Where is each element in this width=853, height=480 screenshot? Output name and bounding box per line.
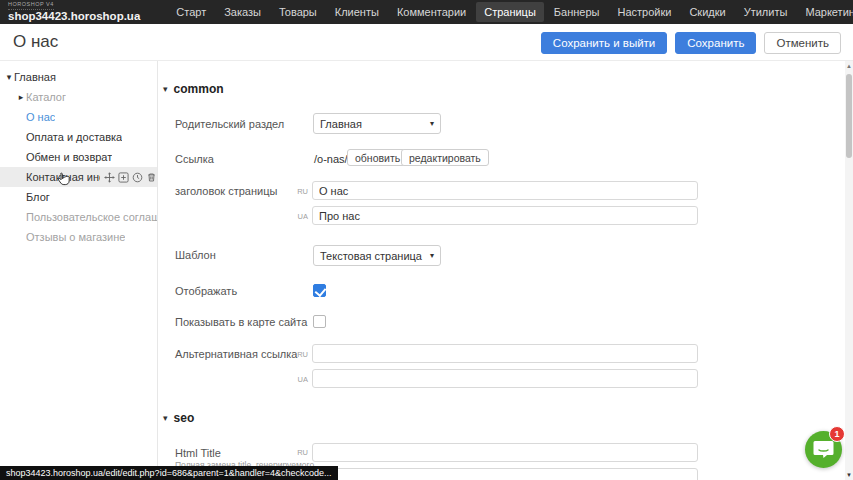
topbar: HOROSHOP V4 shop34423.horoshop.ua Старт … [0, 0, 853, 24]
tree-collapse-icon[interactable]: ▸ [16, 92, 26, 102]
link-update-button[interactable]: обновить [347, 149, 408, 166]
section-common-title: common [174, 82, 224, 96]
tree-expand-icon[interactable]: ▾ [4, 72, 14, 82]
html-title-ua-input[interactable] [312, 468, 698, 480]
chat-widget-button[interactable]: 1 [805, 431, 842, 468]
link-edit-button[interactable]: редактировать [401, 149, 489, 166]
chevron-down-icon: ▾ [430, 251, 434, 260]
tree-item-label: Отзывы о магазине [26, 231, 125, 243]
tree-item-label: О нас [26, 111, 55, 123]
html-title-label: Html Title [175, 447, 221, 459]
tree-item-label: Главная [14, 71, 56, 83]
section-collapse-icon: ▾ [163, 413, 168, 423]
nav-item-discounts[interactable]: Скидки [681, 2, 733, 22]
cancel-button[interactable]: Отменить [764, 32, 841, 54]
link-value: /o-nas/ [314, 153, 348, 165]
chat-bubble-icon [813, 440, 834, 459]
scrollbar-thumb[interactable] [846, 74, 852, 158]
header-actions: Сохранить и выйти Сохранить Отменить [541, 32, 841, 54]
vertical-scrollbar[interactable]: ▲ ▼ [845, 61, 853, 480]
nav-item-start[interactable]: Старт [168, 2, 214, 22]
alt-link-label: Альтернативная ссылка [175, 348, 297, 360]
tree-item-payment-delivery[interactable]: Оплата и доставка [0, 127, 157, 147]
section-collapse-icon: ▾ [163, 84, 168, 94]
nav-item-marketing[interactable]: Маркетинг [797, 2, 853, 22]
template-value: Текстовая страница [320, 250, 422, 262]
nav-item-comments[interactable]: Комментарии [389, 2, 474, 22]
page-title-ru-input[interactable] [312, 181, 698, 200]
lang-tag-ru: RU [294, 187, 308, 196]
section-common-header[interactable]: ▾ common [163, 82, 224, 96]
tree-item-blog[interactable]: Блог [0, 187, 157, 207]
section-seo-title: seo [174, 411, 195, 425]
scroll-up-icon[interactable]: ▲ [845, 61, 853, 71]
brand-domain-label: shop34423.horoshop.ua [8, 11, 140, 23]
template-select[interactable]: Текстовая страница ▾ [313, 245, 441, 266]
nav-item-banners[interactable]: Баннеры [546, 2, 608, 22]
tree-item-store-reviews[interactable]: Отзывы о магазине [0, 227, 157, 247]
add-icon[interactable] [118, 172, 129, 183]
tree-item-catalog[interactable]: ▸ Каталог [0, 87, 157, 107]
parent-section-select[interactable]: Главная ▾ [313, 113, 441, 134]
lang-tag-ua: UA [294, 212, 308, 221]
nav-item-settings[interactable]: Настройки [609, 2, 679, 22]
delete-icon[interactable] [146, 172, 157, 183]
history-icon[interactable] [132, 172, 143, 183]
tree-item-label: Каталог [26, 91, 66, 103]
brand-version-label: HOROSHOP V4 [8, 2, 54, 10]
top-navigation: Старт Заказы Товары Клиенты Комментарии … [168, 2, 853, 22]
save-and-exit-button[interactable]: Сохранить и выйти [541, 32, 667, 54]
page-edit-form: ▾ common Родительский раздел Главная ▾ С… [158, 61, 845, 480]
lang-tag-ru: RU [294, 448, 308, 457]
page-header: О нас Сохранить и выйти Сохранить Отмени… [0, 24, 853, 61]
page-title-field-label: заголовок страницы [175, 185, 277, 197]
display-checkbox[interactable] [313, 284, 326, 297]
parent-section-label: Родительский раздел [175, 118, 284, 130]
sitemap-label: Показывать в карте сайта [175, 316, 307, 328]
tree-item-exchange-return[interactable]: Обмен и возврат [0, 147, 157, 167]
tree-row-actions [104, 172, 157, 183]
tree-item-label: Пользовательское соглашение [26, 211, 157, 223]
alt-link-ua-input[interactable] [312, 369, 698, 388]
nav-item-clients[interactable]: Клиенты [327, 2, 387, 22]
chat-unread-badge: 1 [829, 426, 845, 442]
chevron-down-icon: ▾ [430, 119, 434, 128]
lang-tag-ru: RU [294, 350, 308, 359]
status-url-bar: shop34423.horoshop.ua/edit/edit.php?id=6… [0, 466, 338, 480]
link-label: Ссылка [175, 153, 214, 165]
pages-tree-sidebar: ▾ Главная ▸ Каталог О нас Оплата и доста… [0, 61, 157, 480]
section-seo-header[interactable]: ▾ seo [163, 411, 194, 425]
tree-item-main[interactable]: ▾ Главная [0, 67, 157, 87]
nav-item-utilities[interactable]: Утилиты [736, 2, 796, 22]
tree-item-label: Оплата и доставка [26, 131, 122, 143]
tree-item-label: Блог [26, 191, 50, 203]
tree-item-user-agreement[interactable]: Пользовательское соглашение [0, 207, 157, 227]
page-title-ua-input[interactable] [312, 206, 698, 225]
display-label: Отображать [175, 285, 237, 297]
nav-item-pages[interactable]: Страницы [476, 2, 544, 22]
template-label: Шаблон [175, 249, 216, 261]
scroll-down-icon[interactable]: ▼ [845, 470, 853, 480]
nav-item-products[interactable]: Товары [271, 2, 325, 22]
sitemap-checkbox[interactable] [313, 315, 326, 328]
app-window: HOROSHOP V4 shop34423.horoshop.ua Старт … [0, 0, 853, 480]
move-icon[interactable] [104, 172, 115, 183]
tree-item-label: Контактная инфор [26, 171, 100, 183]
tree-item-label: Обмен и возврат [26, 151, 112, 163]
tree-item-about[interactable]: О нас [0, 107, 157, 127]
html-title-ru-input[interactable] [312, 443, 698, 462]
lang-tag-ua: UA [294, 375, 308, 384]
save-button[interactable]: Сохранить [675, 32, 756, 54]
brand-logo[interactable]: HOROSHOP V4 shop34423.horoshop.ua [8, 2, 140, 22]
tree-item-contact-info[interactable]: Контактная инфор [0, 167, 157, 187]
nav-item-orders[interactable]: Заказы [216, 2, 269, 22]
alt-link-ru-input[interactable] [312, 344, 698, 363]
parent-section-value: Главная [320, 118, 362, 130]
page-title: О нас [13, 32, 58, 52]
